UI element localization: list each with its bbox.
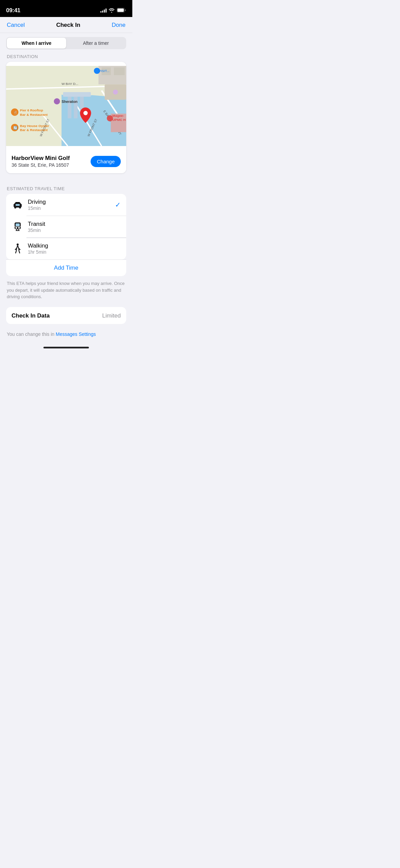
svg-text:Bay House Oyster: Bay House Oyster — [20, 124, 49, 128]
svg-point-54 — [18, 227, 20, 229]
svg-point-24 — [113, 90, 118, 95]
status-time: 09:41 — [6, 7, 20, 14]
svg-marker-7 — [6, 91, 61, 146]
add-time-button[interactable]: Add Time — [54, 265, 78, 271]
segment-container: When I arrive After a timer — [0, 33, 132, 54]
segment-when-arrive[interactable]: When I arrive — [7, 38, 66, 49]
map-area: W BAY D... W FRONT ST W FRONT ST E BAYFR… — [6, 62, 126, 150]
svg-rect-16 — [68, 94, 72, 119]
svg-rect-1 — [117, 8, 124, 12]
svg-point-42 — [83, 111, 88, 115]
svg-point-40 — [94, 68, 100, 74]
svg-rect-50 — [16, 204, 20, 206]
status-bar: 09:41 — [0, 0, 132, 17]
svg-rect-22 — [114, 68, 125, 75]
svg-rect-2 — [125, 9, 126, 11]
svg-text:🔄: 🔄 — [13, 126, 18, 130]
svg-text:Bar & Restaurant: Bar & Restaurant — [20, 113, 48, 116]
checkin-data-row: Check In Data Limited — [12, 312, 121, 324]
driving-icon — [12, 201, 24, 209]
map-svg: W BAY D... W FRONT ST W FRONT ST E BAYFR… — [6, 62, 126, 150]
add-time-row[interactable]: Add Time — [6, 259, 126, 276]
driving-selected-check: ✓ — [115, 201, 121, 209]
travel-modes-card: Driving 15min ✓ — [6, 194, 126, 259]
segment-control: When I arrive After a timer — [6, 37, 126, 49]
home-bar — [43, 347, 89, 348]
svg-rect-19 — [63, 92, 91, 97]
cancel-button[interactable]: Cancel — [7, 22, 25, 29]
svg-point-49 — [19, 206, 21, 209]
svg-text:W BAY D...: W BAY D... — [61, 82, 78, 86]
signal-icon — [100, 8, 107, 13]
status-icons — [100, 8, 126, 14]
done-button[interactable]: Done — [112, 22, 126, 29]
svg-point-26 — [107, 115, 113, 121]
messages-settings-link[interactable]: Messages Settings — [56, 331, 96, 337]
walking-time: 1hr 5min — [28, 249, 121, 255]
travel-time-section: ESTIMATED TRAVEL TIME Driving 15min ✓ — [0, 186, 132, 276]
eta-note: This ETA helps your friend know when you… — [0, 276, 132, 307]
svg-point-53 — [16, 227, 17, 229]
svg-rect-17 — [74, 94, 78, 119]
transit-label: Transit — [28, 221, 121, 228]
svg-text:VISIT...: VISIT... — [98, 69, 109, 73]
transit-info: Transit 35min — [28, 221, 121, 233]
checkin-note-text: You can change this in — [7, 331, 56, 337]
svg-point-48 — [14, 206, 16, 209]
transit-time: 35min — [28, 228, 121, 233]
walking-row[interactable]: Walking 1hr 5min — [6, 238, 126, 259]
driving-label: Driving — [28, 199, 115, 205]
map-address-block: HarborView Mini Golf 36 State St, Erie, … — [12, 155, 70, 168]
place-name: HarborView Mini Golf — [12, 155, 70, 162]
driving-info: Driving 15min — [28, 199, 115, 211]
destination-label: DESTINATION — [0, 54, 132, 62]
svg-rect-57 — [16, 230, 20, 231]
place-address: 36 State St, Erie, PA 16507 — [12, 162, 70, 168]
svg-text:UPMC H: UPMC H — [112, 118, 126, 122]
walking-info: Walking 1hr 5min — [28, 242, 121, 255]
walking-icon — [12, 243, 24, 254]
destination-card: W BAY D... W FRONT ST W FRONT ST E BAYFR… — [6, 62, 126, 173]
travel-time-label: ESTIMATED TRAVEL TIME — [0, 186, 132, 194]
svg-text:Magee-: Magee- — [112, 114, 124, 117]
segment-after-timer[interactable]: After a timer — [66, 38, 126, 49]
change-button[interactable]: Change — [91, 156, 121, 167]
checkin-data-note: You can change this in Messages Settings — [0, 327, 132, 343]
transit-row[interactable]: Transit 35min — [6, 216, 126, 238]
home-indicator — [0, 343, 132, 351]
map-info: HarborView Mini Golf 36 State St, Erie, … — [6, 150, 126, 173]
walking-label: Walking — [28, 242, 121, 249]
wifi-icon — [109, 8, 115, 14]
battery-icon — [117, 8, 126, 14]
checkin-data-card: Check In Data Limited — [6, 307, 126, 324]
svg-text:Pier 6 Rooftop: Pier 6 Rooftop — [20, 108, 43, 112]
page-title: Check In — [56, 22, 80, 29]
transit-icon — [12, 222, 24, 232]
driving-row[interactable]: Driving 15min ✓ — [6, 194, 126, 216]
checkin-data-label: Check In Data — [12, 312, 50, 319]
nav-header: Cancel Check In Done — [0, 17, 132, 33]
checkin-data-value: Limited — [102, 312, 121, 319]
svg-text:Sheraton: Sheraton — [61, 100, 77, 104]
svg-text:🍴: 🍴 — [13, 110, 18, 115]
svg-text:Bar & Restaurant: Bar & Restaurant — [20, 128, 48, 132]
svg-rect-52 — [16, 223, 20, 226]
driving-time: 15min — [28, 205, 115, 211]
svg-point-27 — [54, 98, 60, 104]
